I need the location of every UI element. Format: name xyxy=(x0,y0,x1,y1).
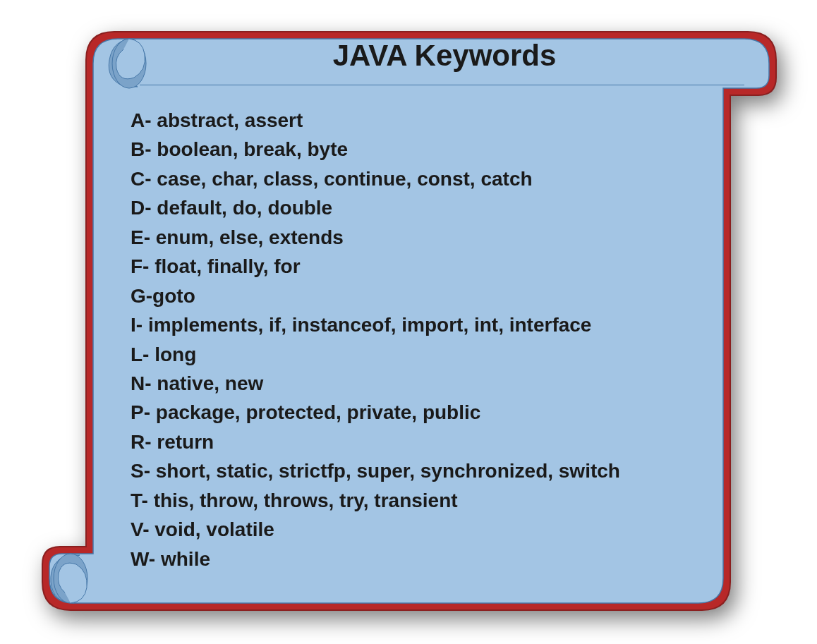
keyword-line: D- default, do, double xyxy=(131,193,727,222)
keyword-line: A- abstract, assert xyxy=(131,106,727,135)
keyword-line: L- long xyxy=(131,340,727,369)
title-underline xyxy=(140,85,744,85)
document-title: JAVA Keywords xyxy=(141,39,748,73)
keyword-line: C- case, char, class, continue, const, c… xyxy=(131,164,727,193)
keyword-line: V- void, volatile xyxy=(131,515,727,544)
keyword-line: T- this, throw, throws, try, transient xyxy=(131,486,727,515)
keyword-line: F- float, finally, for xyxy=(131,252,727,281)
keyword-line: E- enum, else, extends xyxy=(131,223,727,252)
keyword-line: G-goto xyxy=(131,281,727,310)
scroll-document: JAVA Keywords A- abstract, assert B- boo… xyxy=(35,25,783,617)
keyword-line: N- native, new xyxy=(131,369,727,398)
keyword-line: I- implements, if, instanceof, import, i… xyxy=(131,310,727,339)
keyword-line: S- short, static, strictfp, super, synch… xyxy=(131,456,727,485)
keyword-line: B- boolean, break, byte xyxy=(131,135,727,164)
keyword-line: W- while xyxy=(131,545,727,573)
keywords-list: A- abstract, assert B- boolean, break, b… xyxy=(131,106,727,573)
keyword-line: R- return xyxy=(131,427,727,456)
title-area: JAVA Keywords xyxy=(141,39,748,73)
keyword-line: P- package, protected, private, public xyxy=(131,398,727,427)
